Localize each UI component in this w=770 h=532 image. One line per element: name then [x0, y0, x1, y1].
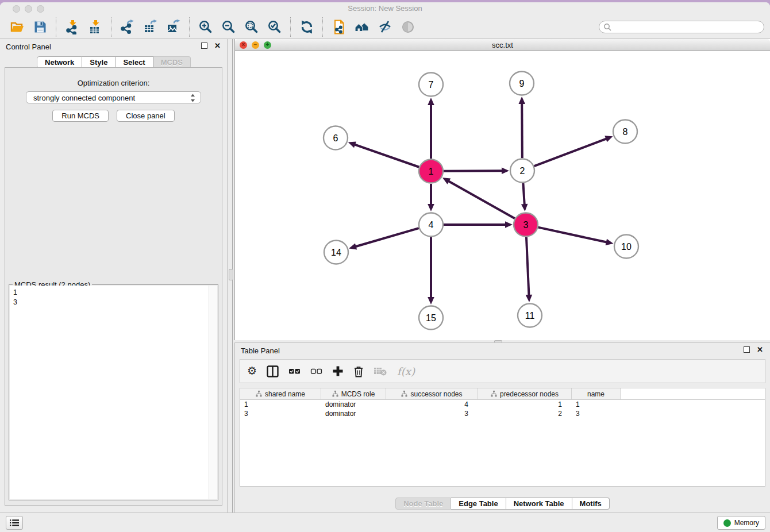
cell-name[interactable]: 3 [572, 410, 621, 418]
export-image-button[interactable] [162, 17, 185, 37]
graph-edge-4-14[interactable] [355, 228, 419, 246]
node-table-header: shared nameMCDS rolesuccessor nodesprede… [240, 388, 765, 400]
open-folder-icon [10, 20, 25, 34]
graph-node-9[interactable]: 9 [510, 72, 534, 95]
cell-predecessor-nodes[interactable]: 2 [478, 410, 572, 418]
graph-node-1[interactable]: 1 [419, 160, 443, 183]
graph-edge-3-1[interactable] [448, 181, 515, 219]
graph-node-6[interactable]: 6 [324, 126, 348, 150]
node-label: 10 [621, 242, 632, 252]
export-network-button[interactable] [116, 17, 139, 37]
zoom-out-button[interactable] [217, 17, 240, 37]
panel-list-button[interactable] [6, 516, 23, 530]
tab-motifs[interactable]: Motifs [572, 498, 610, 510]
graph-node-3[interactable]: 3 [514, 213, 538, 237]
table-row[interactable]: 3dominator323 [240, 409, 765, 418]
tab-style[interactable]: Style [82, 56, 116, 68]
open-file-button[interactable] [6, 17, 29, 37]
zoom-in-button[interactable] [194, 17, 217, 37]
import-network-icon [65, 20, 80, 34]
graph-edge-3-10[interactable] [538, 228, 607, 242]
table-row[interactable]: 1dominator411 [240, 400, 765, 409]
node-label: 11 [525, 311, 535, 321]
import-table-button[interactable] [84, 17, 107, 37]
delete-table-button[interactable] [374, 366, 387, 376]
vertical-splitter-handle[interactable] [229, 269, 233, 280]
node-label: 9 [519, 79, 525, 88]
deselect-all-button[interactable] [310, 367, 322, 375]
cell-shared-name[interactable]: 3 [240, 410, 321, 418]
columns-icon [267, 365, 279, 377]
optimization-criterion-select[interactable]: strongly connected component [26, 91, 201, 103]
mcds-result-scrollbar[interactable] [209, 286, 217, 499]
graph-node-8[interactable]: 8 [613, 120, 637, 144]
column-header-successor-nodes[interactable]: successor nodes [386, 388, 478, 399]
cell-successor-nodes[interactable]: 4 [386, 400, 478, 408]
tab-select[interactable]: Select [116, 56, 153, 68]
graph-node-2[interactable]: 2 [510, 159, 534, 183]
export-table-button[interactable] [139, 17, 162, 37]
column-header-predecessor-nodes[interactable]: predecessor nodes [478, 388, 572, 399]
cell-successor-nodes[interactable]: 3 [386, 410, 478, 418]
graph-node-11[interactable]: 11 [518, 304, 542, 327]
tab-mcds[interactable]: MCDS [153, 56, 191, 68]
table-panel-close-button[interactable]: ✕ [757, 346, 763, 353]
cell-mcds-role[interactable]: dominator [321, 410, 386, 418]
control-panel-close-button[interactable]: ✕ [214, 43, 221, 49]
search-icon [603, 23, 611, 31]
graph-node-10[interactable]: 10 [614, 235, 638, 259]
hide-graphics-details-button[interactable] [374, 17, 396, 37]
graph-edge-2-3[interactable] [523, 183, 524, 205]
export-network-icon [120, 20, 135, 34]
close-panel-button[interactable]: Close panel [117, 110, 175, 122]
graph-node-14[interactable]: 14 [324, 241, 348, 264]
cell-mcds-role[interactable]: dominator [321, 400, 386, 408]
tab-edge-table[interactable]: Edge Table [451, 498, 506, 510]
vertical-splitter[interactable] [228, 39, 234, 512]
graph-node-4[interactable]: 4 [419, 213, 443, 237]
tab-network[interactable]: Network [37, 56, 82, 68]
control-panel-float-button[interactable] [201, 43, 207, 49]
graph-edge-2-8[interactable] [534, 138, 607, 166]
zoom-fit-button[interactable] [240, 17, 263, 37]
add-column-button[interactable] [332, 365, 344, 377]
graph-node-7[interactable]: 7 [419, 73, 443, 97]
zoom-selected-button[interactable] [263, 17, 286, 37]
graph-edge-1-2[interactable] [444, 171, 503, 171]
mcds-result-item[interactable]: 3 [13, 298, 209, 307]
cell-name[interactable]: 1 [572, 400, 621, 408]
run-mcds-button[interactable]: Run MCDS [52, 110, 109, 122]
network-canvas[interactable]: 7968124314101511 [235, 51, 770, 340]
delete-columns-button[interactable] [353, 365, 364, 377]
new-network-from-selection-button[interactable] [328, 17, 351, 37]
graph-edge-3-11[interactable] [526, 237, 529, 296]
tab-node-table[interactable]: Node Table [395, 498, 451, 510]
show-columns-button[interactable] [267, 365, 279, 377]
node-label: 15 [426, 313, 436, 323]
first-neighbors-button[interactable] [351, 17, 374, 37]
network-window-title: scc.txt [235, 41, 770, 49]
graph-node-15[interactable]: 15 [419, 306, 443, 330]
import-network-button[interactable] [61, 17, 84, 37]
graph-edge-2-9[interactable] [522, 103, 522, 158]
memory-button[interactable]: Memory [717, 516, 765, 530]
select-all-button[interactable] [288, 367, 301, 375]
apply-layout-button[interactable] [295, 17, 318, 37]
column-header-mcds-role[interactable]: MCDS role [321, 388, 386, 399]
mcds-result-list[interactable]: 13 [10, 286, 209, 499]
column-header-shared-name[interactable]: shared name [240, 388, 321, 399]
table-options-button[interactable]: ⚙ [247, 365, 257, 377]
mcds-result-item[interactable]: 1 [13, 288, 209, 298]
table-panel-float-button[interactable] [744, 346, 750, 353]
show-graphics-details-button[interactable] [396, 17, 419, 37]
tab-network-table[interactable]: Network Table [506, 498, 572, 510]
graph-edge-1-6[interactable] [354, 144, 419, 167]
column-header-name[interactable]: name [572, 388, 621, 399]
function-builder-button[interactable]: f(x) [397, 365, 415, 377]
column-type-icon [491, 391, 497, 397]
cell-predecessor-nodes[interactable]: 1 [478, 400, 572, 408]
cell-shared-name[interactable]: 1 [240, 400, 321, 408]
save-session-button[interactable] [29, 17, 52, 37]
search-input[interactable] [614, 22, 760, 32]
hide-graphics-details-icon [378, 20, 392, 34]
